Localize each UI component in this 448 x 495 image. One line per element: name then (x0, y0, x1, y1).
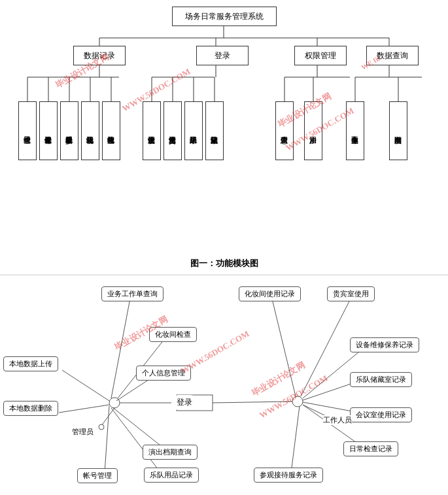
label-work-order: 业务工作单查询 (101, 286, 164, 301)
top-diagram-caption: 图一：功能模块图 (190, 258, 258, 269)
label-delete: 本地数据删除 (3, 401, 58, 416)
top-diagram: 场务日常服务管理系统 数据记录 登录 权限管理 数据查询 日常检查记录 设备维修… (0, 0, 448, 275)
label-manager: 管理员 (72, 427, 94, 437)
label-reception: 参观接待服务记录 (254, 468, 323, 483)
l2-login: 登录 (196, 46, 249, 65)
svg-line-48 (291, 406, 300, 473)
label-login: 登录 (171, 395, 198, 410)
l3-reception: 参观接待服务记录 (60, 101, 78, 160)
svg-line-40 (59, 405, 109, 413)
l2-data-recording: 数据记录 (73, 46, 126, 65)
label-vip: 贵宾室使用 (327, 286, 375, 301)
l3-band-items: 乐队用品记录 (184, 101, 203, 160)
bottom-diagram: 业务工作单查询 化妆间检查 个人信息管理 演出档期查询 乐队用品记录 本地数据上… (0, 275, 448, 495)
svg-point-33 (99, 424, 104, 430)
l3-performance-schedule: 演出档期查询 (389, 101, 407, 160)
l2-auth: 权限管理 (294, 46, 347, 65)
svg-point-27 (109, 398, 120, 408)
l2-query: 数据查询 (366, 46, 419, 65)
svg-line-49 (303, 405, 326, 416)
svg-line-32 (101, 408, 114, 426)
svg-point-28 (292, 396, 303, 407)
watermark-b3: 毕业设计论文网 (250, 359, 307, 399)
label-equipment: 设备维修保养记录 (350, 337, 419, 352)
svg-line-31 (213, 401, 292, 403)
l3-personal-info: 个人信息管理 (275, 101, 294, 160)
label-daily-check: 日常检查记录 (343, 441, 398, 456)
l3-daily-check: 日常检查记录 (18, 101, 37, 160)
l3-equipment-repair: 设备维修保养记录 (39, 101, 58, 160)
label-upload: 本地数据上传 (3, 356, 58, 371)
svg-line-34 (111, 295, 131, 398)
watermark-b4: WWW.56DOC.COM (258, 373, 330, 421)
l3-makeup-remote: 化妆间远视记录 (81, 101, 99, 160)
label-band-items: 乐队用品记录 (144, 468, 199, 483)
label-band-storage: 乐队储藏室记录 (350, 372, 412, 387)
svg-line-41 (105, 406, 109, 473)
l3-work-order: 业务工作单查询 (346, 101, 364, 160)
l3-meeting-room: 会议室使用记录 (143, 101, 161, 160)
svg-line-38 (111, 408, 162, 475)
label-staff: 工作人员 (323, 415, 352, 425)
label-account: 帐号管理 (77, 468, 118, 483)
svg-line-39 (62, 370, 109, 401)
label-performance-schedule: 演出档期查询 (143, 445, 198, 460)
label-meeting: 会议室使用记录 (350, 407, 412, 422)
label-personal-info: 个人信息管理 (136, 366, 191, 381)
label-makeup-use: 化妆间使用记录 (239, 286, 301, 301)
label-makeup-check: 化妆间检查 (149, 327, 197, 342)
l3-makeup-check: 化妆间检查记录 (102, 101, 120, 160)
l3-band-storage: 乐队储藏室记录 (205, 101, 224, 160)
svg-line-42 (271, 296, 296, 396)
l3-user-add: 用户添加 (304, 101, 322, 160)
svg-line-43 (301, 296, 352, 396)
l3-vip-room: 贵宾室使用记录 (164, 101, 182, 160)
root-node: 场务日常服务管理系统 (172, 7, 277, 26)
